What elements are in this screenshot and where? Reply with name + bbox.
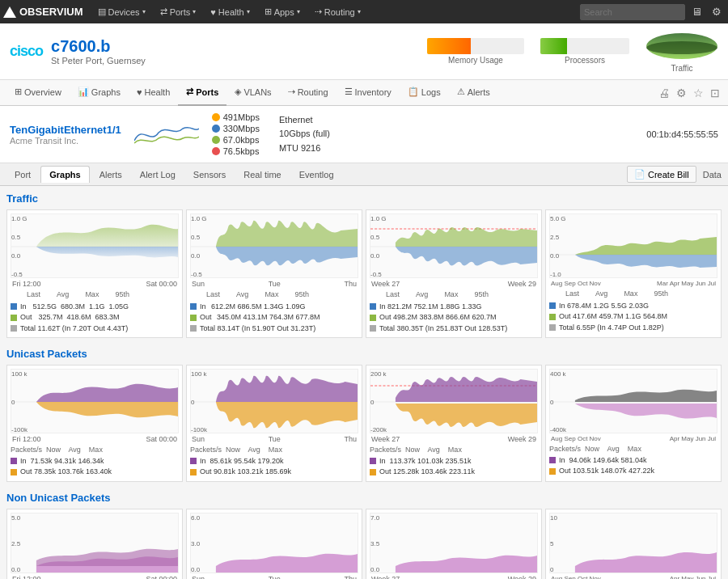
settings-icon[interactable]: ⚙ — [675, 85, 688, 101]
cpu-bar — [540, 38, 567, 54]
graphs-icon: 📊 — [78, 87, 89, 97]
tab-health[interactable]: ♥ Health — [129, 80, 178, 106]
nav-devices-label: Devices — [108, 7, 140, 17]
nu-labels-2: SunTueThu — [190, 575, 358, 580]
create-bill-label: Create Bill — [648, 170, 689, 180]
ports-icon: ⇄ — [160, 6, 167, 17]
print-icon[interactable]: 🖨 — [657, 85, 671, 101]
device-location: St Peter Port, Guernsey — [51, 56, 146, 66]
out-label-1: Out — [20, 312, 32, 323]
tab-routing[interactable]: ⇢ Routing — [280, 80, 336, 106]
subtab-graphs[interactable]: Graphs — [40, 166, 90, 183]
chart-labels-1: Fri 12:00Sat 00:00 — [11, 280, 179, 288]
tab-alerts[interactable]: ⚠ Alerts — [449, 80, 498, 106]
tab-logs[interactable]: 📋 Logs — [400, 80, 449, 106]
vlans-icon: ◈ — [235, 87, 241, 97]
tab-ports-label: Ports — [196, 87, 218, 97]
y-axis-1: 1.0 G0.50.0-0.5 — [11, 214, 34, 278]
device-header: cisco c7600.b St Peter Port, Guernsey Me… — [0, 23, 728, 80]
logs-icon: 📋 — [408, 87, 419, 97]
unicast-chart-3: 200 k0-200k Week 27Week 29 Packets/s Now… — [366, 365, 542, 482]
stat-row-out-1: Out 325.7M 418.6M 683.3M — [11, 312, 179, 323]
tab-ports[interactable]: ⇄ Ports — [178, 80, 226, 106]
out-color-1 — [11, 315, 17, 321]
memory-metric: Memory Usage — [427, 38, 524, 65]
uni-in-4: In 94.06k 149.64k 581.04k — [549, 455, 717, 467]
nav-health[interactable]: ♥ Health ▾ — [204, 0, 256, 23]
traffic-svg-1 — [11, 214, 178, 278]
port-traffic-thumb — [134, 120, 199, 149]
stat-row-total-1: Total 11.62T (In 7.20T Out 4.43T) — [11, 323, 179, 335]
speed-small-dot — [212, 136, 220, 144]
subtab-alerts[interactable]: Alerts — [91, 167, 130, 183]
speed-tiny-dot — [212, 147, 220, 155]
port-speeds: 491Mbps 330Mbps 67.0kbps 76.5kbps — [212, 112, 260, 156]
nu-labels-4: Aug Sep Oct NovApr May Jun Jul — [549, 575, 717, 580]
uni-out-4: Out 103.51k 148.07k 427.22k — [549, 466, 717, 477]
data-button[interactable]: Data — [703, 170, 722, 180]
out-stats-1: 325.7M 418.6M 683.3M — [39, 312, 120, 323]
nav-devices[interactable]: ▤ Devices ▾ — [91, 0, 152, 23]
non-uni-svg-3 — [370, 513, 537, 573]
traffic-chart-area-4: 5.0 G2.50.0-1.0 — [549, 213, 717, 278]
subtab-port[interactable]: Port — [6, 167, 39, 183]
logo-triangle — [3, 6, 16, 18]
svg-point-1 — [646, 41, 717, 54]
non-unicast-section: Non Unicast Packets 5.02.50.0 Fri 12:00S… — [6, 492, 722, 580]
port-info: TenGigabitEthernet1/1 Acme Transit Inc. … — [0, 106, 728, 163]
memory-label: Memory Usage — [427, 56, 524, 65]
nav-apps[interactable]: ⊞ Apps ▾ — [258, 0, 307, 23]
uni-y4: 400 k0-400k — [550, 370, 573, 433]
chart-labels-4: Aug Sep Oct NovMar Apr May Jun Jul — [549, 280, 717, 287]
nav-routing[interactable]: ⇢ Routing ▾ — [308, 0, 367, 23]
port-mac: 00:1b:d4:55:55:55 — [646, 129, 718, 139]
traffic-svg-2 — [191, 214, 358, 278]
nu-labels-3: Week 27Week 29 — [370, 575, 538, 580]
apps-icon: ⊞ — [265, 6, 272, 17]
non-unicast-chart-4: 1050 Aug Sep Oct NovApr May Jun Jul Pack… — [545, 509, 722, 580]
in-color-1 — [11, 303, 17, 310]
total-color-1 — [11, 325, 17, 332]
port-name[interactable]: TenGigabitEthernet1/1 — [10, 124, 121, 136]
traffic-chart-area-2: 1.0 G0.50.0-0.5 — [190, 213, 358, 278]
non-unicast-chart-row: 5.02.50.0 Fri 12:00Sat 00:00 Packets/sec… — [6, 509, 722, 580]
tab-vlans[interactable]: ◈ VLANs — [226, 80, 279, 106]
memory-bar — [427, 38, 471, 54]
uni-labels-1: Fri 12:00Sat 00:00 — [11, 435, 179, 443]
stat-row-out-3: Out 498.2M 383.8M 866.6M 620.7M — [370, 312, 538, 323]
y-axis-2: 1.0 G0.50.0-0.5 — [191, 214, 214, 278]
health-tab-icon: ♥ — [137, 87, 142, 97]
speed-in-value: 491Mbps — [223, 112, 260, 122]
chart-stats-2: LastAvgMax95th In 612.2M 686.5M 1.34G 1.… — [190, 290, 358, 334]
tab-graphs[interactable]: 📊 Graphs — [70, 80, 129, 106]
tab-overview[interactable]: ⊞ Overview — [6, 80, 70, 106]
device-metrics: Memory Usage Processors Traffic — [427, 30, 718, 73]
monitor-icon[interactable]: 🖥 — [688, 4, 705, 19]
tab-inventory[interactable]: ☰ Inventory — [336, 80, 400, 106]
subtab-realtime[interactable]: Real time — [235, 167, 289, 183]
subtab-eventlog[interactable]: Eventlog — [291, 167, 342, 183]
traffic-svg-4 — [550, 214, 717, 278]
unicast-svg-2 — [191, 370, 358, 433]
subtab-sensors[interactable]: Sensors — [185, 167, 234, 183]
non-uni-svg-1 — [11, 513, 178, 573]
nu-y2: 6.03.00.0 — [191, 513, 214, 573]
star-icon[interactable]: ☆ — [692, 85, 705, 101]
subtab-alert-log[interactable]: Alert Log — [132, 167, 184, 183]
speed-out-dot — [212, 125, 220, 133]
non-uni-area-4: 1050 — [549, 513, 717, 573]
topnav: OBSERVIUM ▤ Devices ▾ ⇄ Ports ▾ ♥ Health… — [0, 0, 728, 23]
gear-icon[interactable]: ⚙ — [709, 4, 725, 19]
traffic-svg-3 — [370, 214, 537, 278]
device-hostname[interactable]: c7600.b — [51, 37, 146, 56]
chart-labels-3: Week 27Week 29 — [370, 280, 538, 288]
tab-graphs-label: Graphs — [91, 87, 121, 97]
search-input[interactable] — [580, 4, 685, 20]
uni-stats-4: Packets/s Now Avg Max In 94.06k 149.64k … — [549, 444, 717, 477]
nav-routing-label: Routing — [324, 7, 355, 17]
expand-icon[interactable]: ⊡ — [709, 85, 722, 101]
traffic-title: Traffic — [6, 192, 722, 205]
nav-ports[interactable]: ⇄ Ports ▾ — [154, 0, 203, 23]
traffic-chart-4: 5.0 G2.50.0-1.0 Aug Sep Oct NovMar Apr M… — [545, 209, 722, 338]
create-bill-button[interactable]: 📄 Create Bill — [627, 166, 696, 183]
